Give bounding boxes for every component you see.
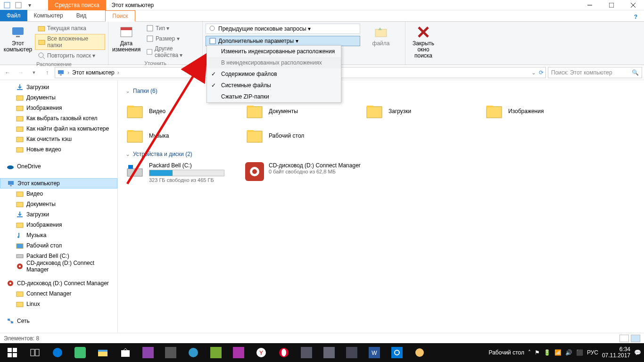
tree-node[interactable]: Изображения bbox=[0, 103, 117, 113]
nav-forward-button[interactable]: → bbox=[15, 67, 26, 78]
menu-file-contents[interactable]: ✓Содержимое файлов bbox=[207, 68, 341, 80]
advanced-options-button[interactable]: Дополнительные параметры ▾ bbox=[206, 36, 360, 46]
close-search-button[interactable]: Закрыть окно поиска bbox=[408, 24, 438, 60]
svg-rect-80 bbox=[165, 347, 176, 358]
tab-computer[interactable]: Компьютер bbox=[27, 10, 70, 21]
taskbar-opera[interactable] bbox=[272, 343, 295, 362]
refresh-icon[interactable]: ⟳ bbox=[539, 69, 544, 76]
tray-volume-icon[interactable]: 🔊 bbox=[565, 349, 572, 356]
taskbar-app-9[interactable] bbox=[340, 343, 363, 362]
open-file-location-button[interactable]: файла bbox=[366, 24, 396, 48]
search-input[interactable]: Поиск: Этот компьютер 🔍 bbox=[548, 67, 642, 78]
tree-node[interactable]: Загрузки bbox=[0, 82, 117, 92]
tray-chevron-icon[interactable]: ˄ bbox=[528, 349, 531, 356]
type-button[interactable]: Тип ▾ bbox=[143, 24, 199, 33]
taskbar-app-8[interactable] bbox=[318, 343, 340, 362]
tray-icon-2[interactable]: 🔋 bbox=[544, 349, 551, 356]
tree-node[interactable]: Видео bbox=[0, 189, 117, 199]
date-modified-button[interactable]: Дата изменения bbox=[111, 24, 141, 59]
folder-item[interactable]: Загрузки bbox=[365, 99, 485, 123]
recent-searches-button[interactable]: Предыдущие поисковые запросы ▾ bbox=[206, 24, 360, 34]
folders-group-header[interactable]: ⌄Папки (6) bbox=[125, 88, 636, 94]
taskbar-app-6[interactable] bbox=[227, 343, 250, 362]
current-folder-button[interactable]: Текущая папка bbox=[35, 24, 105, 33]
tree-node[interactable]: Как найти файл на компьютере bbox=[0, 123, 117, 134]
tree-node[interactable]: Linux bbox=[0, 299, 117, 309]
taskbar-paint[interactable] bbox=[408, 343, 431, 362]
taskbar-explorer[interactable] bbox=[91, 343, 114, 362]
taskbar-settings[interactable] bbox=[386, 343, 408, 362]
taskbar-app-4[interactable] bbox=[182, 343, 205, 362]
tray-network-icon[interactable]: 📶 bbox=[554, 349, 561, 356]
folder-item[interactable]: Музыка bbox=[125, 123, 245, 148]
tray-icon-3[interactable]: ⬛ bbox=[576, 349, 583, 356]
menu-system-files[interactable]: ✓Системные файлы bbox=[207, 80, 341, 91]
minimize-button[interactable] bbox=[579, 0, 601, 10]
tree-node[interactable]: Сеть bbox=[0, 316, 117, 326]
drives-group-header[interactable]: ⌄Устройства и диски (2) bbox=[125, 151, 636, 157]
tree-node[interactable]: Как очистить кэш bbox=[0, 134, 117, 144]
menu-zip[interactable]: Сжатые ZIP-папки bbox=[207, 91, 341, 102]
breadcrumb-segment[interactable]: Этот компьютер bbox=[72, 69, 115, 76]
svg-rect-58 bbox=[127, 131, 142, 142]
nav-recent-button[interactable]: ▼ bbox=[28, 67, 40, 78]
taskbar-app-7[interactable] bbox=[295, 343, 318, 362]
taskbar-app-2[interactable] bbox=[137, 343, 159, 362]
tree-node[interactable]: Документы bbox=[0, 199, 117, 209]
taskbar-edge[interactable] bbox=[46, 343, 69, 362]
maximize-button[interactable] bbox=[601, 0, 622, 10]
advanced-options-menu: Изменить индексированные расположения В … bbox=[206, 45, 341, 103]
taskbar-app-5[interactable] bbox=[205, 343, 227, 362]
view-tiles-icon[interactable] bbox=[631, 335, 640, 342]
nav-back-button[interactable]: ← bbox=[2, 67, 13, 78]
folder-item[interactable]: Рабочий стол bbox=[245, 123, 365, 148]
tree-node[interactable]: OneDrive bbox=[0, 161, 117, 172]
tab-file[interactable]: Файл bbox=[0, 10, 27, 21]
drive-item[interactable]: Packard Bell (C:)323 ГБ свободно из 465 … bbox=[125, 162, 245, 183]
qat-dropdown[interactable]: ▾ bbox=[25, 1, 34, 9]
taskbar-yandex[interactable]: Y bbox=[250, 343, 272, 362]
notifications-icon[interactable]: 💬 bbox=[634, 349, 641, 356]
search-again-button[interactable]: Повторить поиск ▾ bbox=[35, 51, 105, 60]
other-props-button[interactable]: Другие свойства ▾ bbox=[143, 44, 199, 59]
tree-node[interactable]: Изображения bbox=[0, 220, 117, 230]
tree-node[interactable]: Новые видео bbox=[0, 144, 117, 155]
tree-node[interactable]: Как выбрать газовый котел bbox=[0, 113, 117, 123]
start-button[interactable] bbox=[1, 343, 24, 362]
all-subfolders-button[interactable]: Все вложенные папки bbox=[35, 34, 105, 50]
drive-item[interactable]: CD-дисковод (D:) Connect Manager0 байт с… bbox=[245, 162, 365, 183]
tree-node[interactable]: CD-дисковод (D:) Connect Manager bbox=[0, 278, 117, 288]
tree-node[interactable]: Connect Manager bbox=[0, 288, 117, 299]
taskbar-app-1[interactable] bbox=[69, 343, 91, 362]
tray-lang[interactable]: РУС bbox=[587, 349, 598, 356]
help-button[interactable]: ? bbox=[627, 13, 644, 21]
tree-node[interactable]: CD-дисковод (D:) Connect Manager bbox=[0, 261, 117, 272]
tray-icon-1[interactable]: ⚑ bbox=[535, 349, 540, 356]
tray-clock[interactable]: 6:34 07.11.2017 bbox=[602, 346, 630, 359]
tree-node[interactable]: Музыка bbox=[0, 230, 117, 240]
tree-node[interactable]: Этот компьютер bbox=[0, 178, 117, 189]
taskview-button[interactable] bbox=[24, 343, 46, 362]
folder-item[interactable]: Изображения bbox=[485, 99, 604, 123]
qat-props-icon[interactable] bbox=[3, 1, 11, 9]
svg-rect-52 bbox=[247, 107, 262, 118]
address-dropdown-icon[interactable]: ⌄ bbox=[531, 69, 536, 76]
navigation-tree[interactable]: ЗагрузкиДокументыИзображенияКак выбрать … bbox=[0, 80, 118, 333]
window-title: Этот компьютер bbox=[112, 2, 154, 8]
taskbar-word[interactable]: W bbox=[363, 343, 386, 362]
view-details-icon[interactable] bbox=[619, 335, 629, 342]
size-button[interactable]: Размер ▾ bbox=[143, 34, 199, 43]
tree-node[interactable]: Документы bbox=[0, 92, 117, 103]
menu-change-indexed[interactable]: Изменить индексированные расположения bbox=[207, 46, 341, 57]
close-button[interactable] bbox=[622, 0, 644, 10]
tab-view[interactable]: Вид bbox=[70, 10, 93, 21]
qat-new-icon[interactable] bbox=[14, 1, 23, 9]
this-pc-button[interactable]: Этот компьютер bbox=[3, 24, 33, 60]
show-desktop-label[interactable]: Рабочий стол bbox=[489, 349, 524, 356]
tree-node[interactable]: Рабочий стол bbox=[0, 240, 117, 251]
tab-search[interactable]: Поиск bbox=[105, 10, 135, 22]
nav-up-button[interactable]: ↑ bbox=[41, 67, 53, 78]
taskbar-app-3[interactable] bbox=[159, 343, 182, 362]
taskbar-store[interactable] bbox=[114, 343, 137, 362]
tree-node[interactable]: Загрузки bbox=[0, 209, 117, 220]
